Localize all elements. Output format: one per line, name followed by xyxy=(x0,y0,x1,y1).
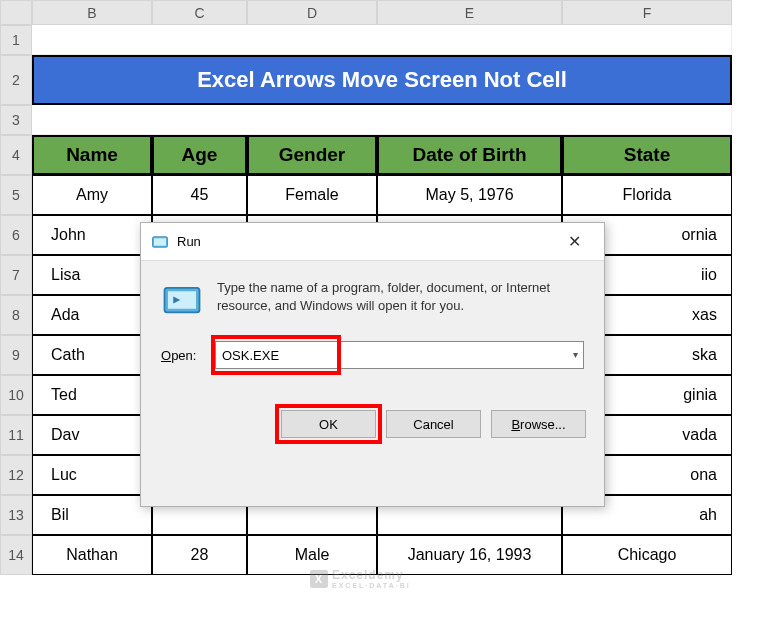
table-cell[interactable]: Amy xyxy=(32,175,152,215)
open-combobox[interactable]: ▾ xyxy=(215,341,584,369)
table-cell[interactable]: Florida xyxy=(562,175,732,215)
table-cell[interactable]: Bil xyxy=(32,495,152,535)
table-cell[interactable]: Luc xyxy=(32,455,152,495)
svg-rect-3 xyxy=(168,291,196,309)
open-label: Open: xyxy=(161,348,205,363)
table-cell[interactable]: 45 xyxy=(152,175,247,215)
row-header-5[interactable]: 5 xyxy=(0,175,32,215)
dialog-description: Type the name of a program, folder, docu… xyxy=(217,279,584,315)
row-header-2[interactable]: 2 xyxy=(0,55,32,105)
table-cell[interactable]: Dav xyxy=(32,415,152,455)
row-header-11[interactable]: 11 xyxy=(0,415,32,455)
table-cell[interactable]: Lisa xyxy=(32,255,152,295)
row-header-4[interactable]: 4 xyxy=(0,135,32,175)
svg-text:X: X xyxy=(315,572,323,584)
th-dob[interactable]: Date of Birth xyxy=(377,135,562,175)
row-header-6[interactable]: 6 xyxy=(0,215,32,255)
row-header-7[interactable]: 7 xyxy=(0,255,32,295)
col-header-e[interactable]: E xyxy=(377,0,562,25)
page-title: Excel Arrows Move Screen Not Cell xyxy=(32,55,732,105)
row-header-9[interactable]: 9 xyxy=(0,335,32,375)
row-header-12[interactable]: 12 xyxy=(0,455,32,495)
watermark: X Exceldemy EXCEL·DATA·BI xyxy=(310,568,411,589)
browse-button[interactable]: Browse... xyxy=(491,410,586,438)
ok-button[interactable]: OK xyxy=(281,410,376,438)
row-header-8[interactable]: 8 xyxy=(0,295,32,335)
row-header-10[interactable]: 10 xyxy=(0,375,32,415)
svg-rect-1 xyxy=(154,238,166,246)
run-dialog: Run ✕ Type the name of a program, folder… xyxy=(140,222,605,507)
col-header-d[interactable]: D xyxy=(247,0,377,25)
table-cell[interactable]: 28 xyxy=(152,535,247,575)
dialog-title: Run xyxy=(177,234,554,249)
row-header-14[interactable]: 14 xyxy=(0,535,32,575)
run-icon xyxy=(151,233,169,251)
table-cell[interactable]: Ada xyxy=(32,295,152,335)
open-input[interactable] xyxy=(215,341,584,369)
close-button[interactable]: ✕ xyxy=(554,227,594,257)
row-header-3[interactable]: 3 xyxy=(0,105,32,135)
select-all-corner[interactable] xyxy=(0,0,32,25)
table-cell[interactable]: Chicago xyxy=(562,535,732,575)
col-header-b[interactable]: B xyxy=(32,0,152,25)
th-age[interactable]: Age xyxy=(152,135,247,175)
table-cell[interactable]: John xyxy=(32,215,152,255)
col-header-c[interactable]: C xyxy=(152,0,247,25)
th-state[interactable]: State xyxy=(562,135,732,175)
table-cell[interactable]: Cath xyxy=(32,335,152,375)
table-cell[interactable]: May 5, 1976 xyxy=(377,175,562,215)
th-name[interactable]: Name xyxy=(32,135,152,175)
cancel-button[interactable]: Cancel xyxy=(386,410,481,438)
col-header-f[interactable]: F xyxy=(562,0,732,25)
table-cell[interactable]: Nathan xyxy=(32,535,152,575)
table-cell[interactable]: Female xyxy=(247,175,377,215)
th-gender[interactable]: Gender xyxy=(247,135,377,175)
row-header-13[interactable]: 13 xyxy=(0,495,32,535)
excel-icon: X xyxy=(310,570,328,588)
row-header-1[interactable]: 1 xyxy=(0,25,32,55)
dialog-titlebar[interactable]: Run ✕ xyxy=(141,223,604,261)
run-large-icon xyxy=(161,279,203,321)
table-cell[interactable]: Ted xyxy=(32,375,152,415)
